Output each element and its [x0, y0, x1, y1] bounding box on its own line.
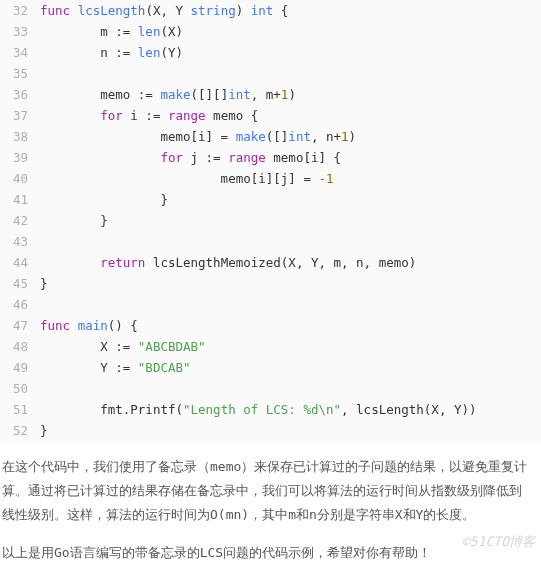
explanation-paragraph-2: 以上是用Go语言编写的带备忘录的LCS问题的代码示例，希望对你有帮助！	[0, 527, 541, 565]
code-content: return lcsLengthMemoized(X, Y, m, n, mem…	[40, 252, 541, 273]
code-content: }	[40, 189, 541, 210]
line-number: 49	[0, 357, 40, 378]
code-line: 48 X := "ABCBDAB"	[0, 336, 541, 357]
code-line: 39 for j := range memo[i] {	[0, 147, 541, 168]
line-number: 41	[0, 189, 40, 210]
code-content: memo[i][j] = -1	[40, 168, 541, 189]
code-content: fmt.Printf("Length of LCS: %d\n", lcsLen…	[40, 399, 541, 420]
code-content: for j := range memo[i] {	[40, 147, 541, 168]
code-line: 38 memo[i] = make([]int, n+1)	[0, 126, 541, 147]
code-content: n := len(Y)	[40, 42, 541, 63]
code-line: 51 fmt.Printf("Length of LCS: %d\n", lcs…	[0, 399, 541, 420]
code-line: 46	[0, 294, 541, 315]
line-number: 46	[0, 294, 40, 315]
code-line: 49 Y := "BDCAB"	[0, 357, 541, 378]
line-number: 47	[0, 315, 40, 336]
code-line: 35	[0, 63, 541, 84]
code-line: 37 for i := range memo {	[0, 105, 541, 126]
code-content: }	[40, 273, 541, 294]
code-block: 32func lcsLength(X, Y string) int {33 m …	[0, 0, 541, 441]
code-line: 34 n := len(Y)	[0, 42, 541, 63]
line-number: 39	[0, 147, 40, 168]
code-content: }	[40, 420, 541, 441]
line-number: 34	[0, 42, 40, 63]
code-content: for i := range memo {	[40, 105, 541, 126]
line-number: 52	[0, 420, 40, 441]
code-content: Y := "BDCAB"	[40, 357, 541, 378]
line-number: 33	[0, 21, 40, 42]
code-line: 44 return lcsLengthMemoized(X, Y, m, n, …	[0, 252, 541, 273]
line-number: 40	[0, 168, 40, 189]
line-number: 43	[0, 231, 40, 252]
code-content: func main() {	[40, 315, 541, 336]
line-number: 36	[0, 84, 40, 105]
code-content: func lcsLength(X, Y string) int {	[40, 0, 541, 21]
line-number: 44	[0, 252, 40, 273]
code-line: 45}	[0, 273, 541, 294]
code-line: 42 }	[0, 210, 541, 231]
code-line: 47func main() {	[0, 315, 541, 336]
line-number: 35	[0, 63, 40, 84]
code-content: m := len(X)	[40, 21, 541, 42]
line-number: 50	[0, 378, 40, 399]
code-content	[40, 63, 541, 84]
code-line: 33 m := len(X)	[0, 21, 541, 42]
line-number: 32	[0, 0, 40, 21]
code-scroll[interactable]: 32func lcsLength(X, Y string) int {33 m …	[0, 0, 541, 441]
code-line: 41 }	[0, 189, 541, 210]
line-number: 38	[0, 126, 40, 147]
code-content: memo[i] = make([]int, n+1)	[40, 126, 541, 147]
explanation-paragraph-1: 在这个代码中，我们使用了备忘录（memo）来保存已计算过的子问题的结果，以避免重…	[0, 441, 541, 527]
code-content: }	[40, 210, 541, 231]
code-content: X := "ABCBDAB"	[40, 336, 541, 357]
code-line: 32func lcsLength(X, Y string) int {	[0, 0, 541, 21]
code-line: 43	[0, 231, 541, 252]
line-number: 45	[0, 273, 40, 294]
line-number: 51	[0, 399, 40, 420]
line-number: 37	[0, 105, 40, 126]
code-line: 50	[0, 378, 541, 399]
code-content	[40, 231, 541, 252]
line-number: 42	[0, 210, 40, 231]
line-number: 48	[0, 336, 40, 357]
code-line: 36 memo := make([][]int, m+1)	[0, 84, 541, 105]
code-content	[40, 294, 541, 315]
code-content: memo := make([][]int, m+1)	[40, 84, 541, 105]
code-content	[40, 378, 541, 399]
code-line: 40 memo[i][j] = -1	[0, 168, 541, 189]
code-line: 52}	[0, 420, 541, 441]
